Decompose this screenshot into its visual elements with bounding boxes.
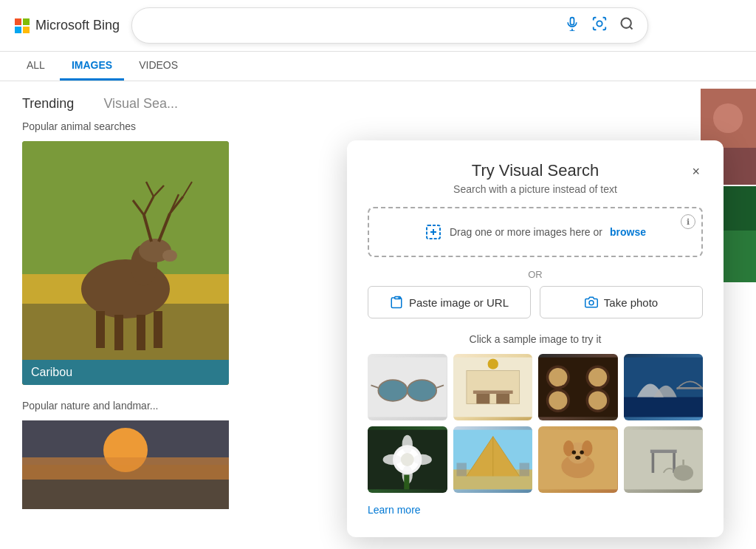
learn-more-link[interactable]: Learn more (368, 504, 421, 516)
svg-rect-48 (496, 394, 509, 403)
coffee-svg (538, 354, 618, 420)
svg-point-54 (588, 368, 607, 386)
flower-svg (368, 426, 447, 493)
svg-point-40 (408, 380, 436, 401)
svg-point-82 (563, 440, 574, 457)
drag-image-icon (425, 223, 442, 241)
microsoft-logo-icon (15, 18, 30, 33)
svg-rect-89 (651, 453, 654, 473)
svg-line-5 (630, 27, 633, 30)
info-icon[interactable]: ℹ (681, 214, 695, 229)
svg-point-85 (580, 450, 583, 454)
action-buttons: Paste image or URL Take photo (368, 286, 703, 318)
logo-red (15, 18, 21, 25)
modal-subtitle: Search with a picture instead of text (368, 183, 703, 195)
svg-rect-45 (466, 371, 519, 404)
svg-rect-88 (650, 450, 676, 453)
sample-image-4[interactable] (624, 354, 704, 420)
svg-point-65 (402, 435, 413, 454)
svg-rect-70 (404, 475, 409, 490)
drop-zone-content: Drag one or more images here or browse (384, 223, 687, 241)
svg-point-37 (589, 301, 594, 305)
camera-icon (585, 296, 598, 309)
sample-image-1[interactable] (368, 354, 447, 420)
sample-image-8[interactable] (624, 426, 704, 493)
svg-point-56 (549, 391, 567, 409)
bing-logo-text: Microsoft Bing (35, 18, 120, 33)
drop-zone[interactable]: Drag one or more images here or browse ℹ (368, 207, 703, 257)
svg-rect-47 (476, 394, 489, 403)
svg-rect-78 (519, 463, 529, 476)
svg-point-84 (572, 450, 576, 454)
tab-images[interactable]: IMAGES (60, 52, 124, 81)
paste-image-button[interactable]: Paste image or URL (368, 286, 531, 318)
search-bar (131, 7, 648, 44)
svg-point-39 (378, 380, 407, 401)
room-svg (453, 354, 533, 420)
svg-rect-49 (472, 390, 512, 393)
furniture-svg (624, 426, 704, 493)
svg-point-86 (575, 456, 580, 460)
svg-point-83 (582, 440, 592, 457)
search-input[interactable] (144, 19, 554, 33)
sunglasses-svg (368, 354, 447, 420)
svg-rect-60 (624, 397, 704, 417)
logo-blue (15, 27, 21, 33)
svg-point-91 (673, 465, 693, 481)
or-divider: OR (368, 269, 703, 280)
tab-videos[interactable]: VIDEOS (127, 52, 190, 81)
microphone-icon (565, 16, 580, 31)
visual-search-button[interactable] (590, 14, 609, 37)
search-icons (563, 14, 636, 37)
browse-link[interactable]: browse (610, 226, 646, 238)
drop-zone-text: Drag one or more images here or (450, 226, 602, 238)
svg-point-58 (588, 391, 607, 409)
logo-yellow (23, 27, 30, 33)
sample-image-2[interactable] (453, 354, 533, 420)
svg-rect-0 (571, 18, 574, 25)
svg-point-4 (622, 18, 631, 28)
sample-image-grid (368, 354, 703, 493)
search-button[interactable] (618, 15, 636, 36)
take-photo-button[interactable]: Take photo (540, 286, 703, 318)
camera-scan-icon (591, 16, 608, 32)
svg-rect-87 (624, 430, 704, 490)
search-icon (619, 16, 634, 31)
microphone-button[interactable] (563, 15, 581, 36)
sample-image-7[interactable] (538, 426, 618, 493)
sample-section-title: Click a sample image to try it (368, 333, 703, 345)
sample-image-5[interactable] (368, 426, 447, 493)
modal-close-button[interactable]: × (689, 161, 703, 183)
sample-image-6[interactable] (453, 426, 533, 493)
paste-button-label: Paste image or URL (409, 296, 509, 309)
paste-icon (390, 296, 403, 309)
svg-point-52 (549, 368, 567, 386)
svg-point-3 (597, 21, 602, 26)
svg-rect-61 (676, 387, 703, 389)
header: Microsoft Bing (0, 0, 756, 52)
content-area: Trending Visual Sea... Popular animal se… (0, 81, 756, 524)
harbour-svg (624, 354, 704, 420)
pyramid-svg (453, 426, 533, 493)
bing-logo: Microsoft Bing (15, 18, 120, 33)
tab-all[interactable]: ALL (15, 52, 57, 81)
nav-tabs: ALL IMAGES VIDEOS (0, 52, 756, 81)
svg-point-69 (401, 453, 414, 466)
sample-image-3[interactable] (538, 354, 618, 420)
modal-title: Try Visual Search (368, 161, 703, 180)
visual-search-modal: Try Visual Search Search with a picture … (347, 140, 724, 537)
dog-svg (538, 426, 618, 493)
take-photo-label: Take photo (604, 296, 658, 309)
logo-green (23, 18, 30, 25)
learn-more-section: Learn more (368, 503, 703, 516)
svg-point-46 (487, 358, 498, 369)
modal-overlay: Try Visual Search Search with a picture … (0, 81, 756, 524)
modal-header: Try Visual Search Search with a picture … (368, 161, 703, 195)
svg-point-68 (413, 454, 432, 465)
svg-point-67 (383, 454, 402, 465)
svg-rect-77 (456, 463, 466, 476)
